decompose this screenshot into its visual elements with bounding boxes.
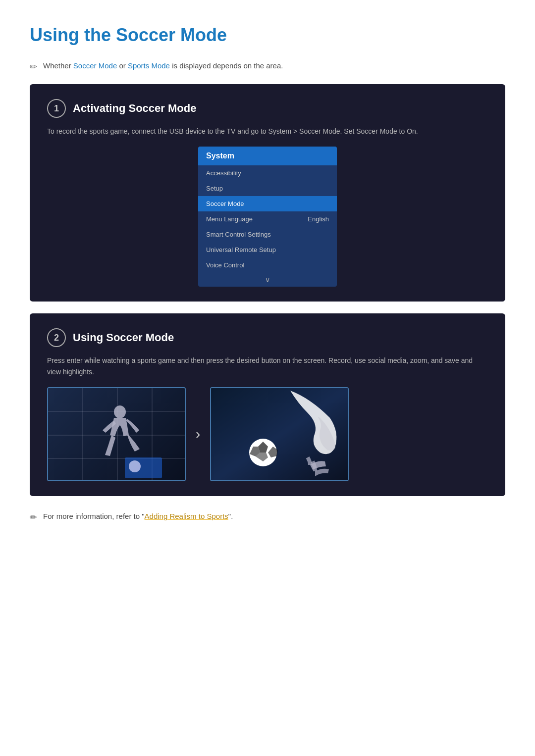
note-1-middle: or <box>117 61 128 70</box>
soccer-image-2 <box>210 387 349 481</box>
note-1-before: Whether <box>43 61 73 70</box>
menu-item-voice-control[interactable]: Voice Control <box>198 257 337 273</box>
menu-item-accessibility[interactable]: Accessibility <box>198 165 337 181</box>
step-badge-2: 2 <box>47 328 66 347</box>
arrow-chevron: › <box>196 426 200 442</box>
system-menu-container: System Accessibility Setup Soccer Mode M… <box>47 147 488 287</box>
note-1-after: is displayed depends on the area. <box>170 61 283 70</box>
page-title: Using the Soccer Mode <box>30 25 505 46</box>
images-row: › <box>47 387 488 481</box>
svg-point-8 <box>129 460 141 472</box>
panel2-description: Press enter while watching a sports game… <box>47 355 488 377</box>
footer-after: ". <box>228 512 233 520</box>
menu-item-setup[interactable]: Setup <box>198 181 337 196</box>
adding-realism-link[interactable]: Adding Realism to Sports <box>145 512 228 520</box>
note-1-text: Whether Soccer Mode or Sports Mode is di… <box>43 60 283 72</box>
panel2-header: 2 Using Soccer Mode <box>47 328 488 347</box>
pencil-icon-1: ✏ <box>30 61 37 72</box>
menu-item-soccer-mode[interactable]: Soccer Mode <box>198 196 337 211</box>
sports-mode-link[interactable]: Sports Mode <box>128 61 170 70</box>
system-menu: System Accessibility Setup Soccer Mode M… <box>198 147 337 287</box>
panel1-description: To record the sports game, connect the U… <box>47 126 488 137</box>
footer-before: For more information, refer to " <box>43 512 145 520</box>
panel2-title: Using Soccer Mode <box>73 331 174 344</box>
soccer-image-1-content <box>48 388 185 480</box>
panel-activating-soccer-mode: 1 Activating Soccer Mode To record the s… <box>30 84 505 302</box>
panel1-header: 1 Activating Soccer Mode <box>47 99 488 118</box>
player-silhouette <box>103 405 140 456</box>
panel1-title: Activating Soccer Mode <box>73 102 196 115</box>
grid-lines-svg <box>48 388 186 481</box>
menu-language-value: English <box>308 215 329 223</box>
soccer-image-1 <box>47 387 186 481</box>
soccer-mode-link[interactable]: Soccer Mode <box>73 61 117 70</box>
panel-using-soccer-mode: 2 Using Soccer Mode Press enter while wa… <box>30 313 505 496</box>
svg-point-6 <box>114 405 126 418</box>
menu-item-smart-control[interactable]: Smart Control Settings <box>198 227 337 242</box>
soccer-image-2-content <box>211 388 348 480</box>
system-menu-header: System <box>198 147 337 165</box>
footer-note-text: For more information, refer to "Adding R… <box>43 511 233 522</box>
pencil-icon-2: ✏ <box>30 512 37 523</box>
step-badge-1: 1 <box>47 99 66 118</box>
note-row-1: ✏ Whether Soccer Mode or Sports Mode is … <box>30 60 505 72</box>
soccer-image-2-svg <box>211 388 349 481</box>
menu-language-label: Menu Language <box>206 215 253 223</box>
menu-chevron: ∨ <box>198 273 337 287</box>
menu-item-menu-language[interactable]: Menu Language English <box>198 211 337 227</box>
footer-note-row: ✏ For more information, refer to "Adding… <box>30 511 505 523</box>
menu-item-universal-remote[interactable]: Universal Remote Setup <box>198 242 337 257</box>
